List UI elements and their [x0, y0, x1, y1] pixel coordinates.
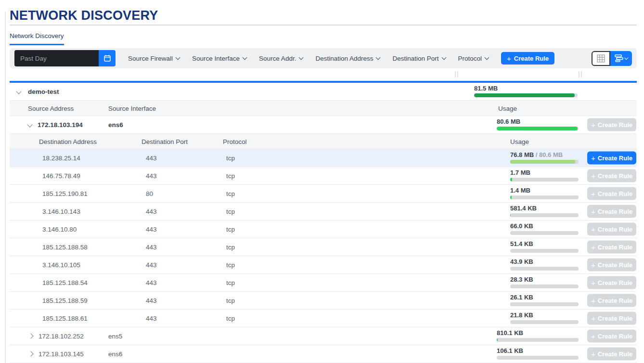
usage-value: 1.7 MB	[510, 169, 579, 177]
expand-icon[interactable]	[28, 333, 33, 338]
usage-bar	[510, 302, 579, 306]
protocol: tcp	[226, 315, 235, 322]
create-rule-label: Create Rule	[598, 279, 632, 286]
tab-network-discovery[interactable]: Network Discovery	[10, 32, 64, 45]
create-rule-button: + Create Rule	[587, 348, 636, 361]
destination-row[interactable]: 185.125.188.61 443 tcp 21.8 KB + Create …	[10, 310, 637, 327]
protocol: tcp	[226, 172, 235, 180]
column-resize-handle[interactable]	[581, 71, 582, 78]
source-address: 172.18.103.194	[38, 121, 83, 129]
usage-cell: 21.8 KB	[510, 311, 579, 324]
date-range-input[interactable]	[14, 50, 99, 66]
destination-row[interactable]: 185.125.190.81 80 tcp 1.4 MB + Create Ru…	[10, 185, 637, 203]
tree-view-button[interactable]	[610, 51, 632, 66]
destination-header-row: Destination Address Destination Port Pro…	[10, 134, 637, 149]
filter-destination-address[interactable]: Destination Address	[315, 55, 380, 62]
calendar-button[interactable]	[99, 50, 116, 66]
source-row[interactable]: 172.18.102.252 ens5 810.1 KB + Create Ru…	[10, 327, 637, 345]
usage-cell: 26.1 KB	[510, 294, 579, 306]
create-rule-label: Create Rule	[598, 315, 632, 322]
usage-total: / 80.6 MB	[534, 151, 563, 158]
column-resize-strip	[10, 68, 637, 81]
destination-address: 3.146.10.80	[42, 226, 77, 233]
collapse-icon[interactable]	[27, 122, 32, 127]
usage-cell: 81.5 MB	[474, 85, 578, 97]
usage-bar	[510, 320, 579, 324]
usage-cell: 106.1 KB	[497, 347, 579, 360]
collapse-icon[interactable]	[16, 89, 21, 94]
table-grid-icon	[597, 54, 605, 63]
destination-address: 185.125.188.54	[42, 279, 88, 286]
destination-row[interactable]: 185.125.188.59 443 tcp 26.1 KB + Create …	[10, 292, 637, 310]
usage-value: 81.5 MB	[474, 85, 578, 92]
protocol: tcp	[226, 244, 235, 251]
usage-bar	[497, 127, 579, 130]
destination-row[interactable]: 3.146.10.105 443 tcp 43.9 KB + Create Ru…	[10, 256, 637, 274]
usage-bar-fill	[510, 213, 511, 217]
group-name: demo-test	[28, 88, 59, 95]
column-resize-handle[interactable]	[455, 71, 456, 78]
usage-cell: 28.3 KB	[510, 276, 579, 288]
filter-source-addr[interactable]: Source Addr.	[259, 55, 303, 62]
destination-port: 443	[146, 315, 157, 322]
view-toggle	[592, 51, 632, 66]
usage-bar	[510, 249, 579, 253]
protocol: tcp	[226, 208, 235, 215]
destination-row[interactable]: 3.146.10.80 443 tcp 66.0 KB + Create Rul…	[10, 220, 637, 238]
col-destination-address: Destination Address	[39, 138, 97, 145]
table-view-button[interactable]	[592, 51, 610, 66]
source-row[interactable]: 172.18.103.145 ens6 106.1 KB + Create Ru…	[10, 345, 637, 363]
usage-cell: 581.4 KB	[510, 205, 579, 217]
create-rule-button: + Create Rule	[587, 259, 636, 272]
col-source-address: Source Address	[28, 104, 74, 112]
chevron-down-icon	[299, 55, 304, 60]
create-rule-button[interactable]: + Create Rule	[501, 52, 554, 65]
destination-address: 3.146.10.105	[42, 261, 80, 269]
plus-icon: +	[591, 333, 595, 340]
destination-row[interactable]: 185.125.188.54 443 tcp 28.3 KB + Create …	[10, 274, 637, 292]
usage-bar	[497, 356, 579, 360]
title-divider	[10, 25, 637, 26]
col-protocol: Protocol	[223, 138, 247, 145]
protocol: tcp	[226, 297, 235, 304]
destination-row[interactable]: 3.146.10.143 443 tcp 581.4 KB + Create R…	[10, 203, 637, 220]
filter-protocol[interactable]: Protocol	[458, 55, 489, 62]
usage-cell: 80.6 MB	[497, 118, 579, 130]
create-rule-button: + Create Rule	[587, 223, 636, 236]
create-rule-label: Create Rule	[598, 350, 632, 358]
source-address: 172.18.103.145	[39, 350, 84, 358]
create-rule-button[interactable]: + Create Rule	[587, 152, 636, 165]
plus-icon: +	[591, 244, 595, 251]
usage-cell: 810.1 KB	[497, 329, 579, 342]
filter-label: Protocol	[458, 55, 482, 62]
column-resize-handle[interactable]	[457, 71, 458, 78]
destination-row[interactable]: 185.125.188.58 443 tcp 51.4 KB + Create …	[10, 238, 637, 256]
usage-value: 106.1 KB	[497, 347, 579, 355]
usage-value: 80.6 MB	[497, 118, 579, 126]
filter-destination-port[interactable]: Destination Port	[392, 55, 445, 62]
create-rule-button: + Create Rule	[587, 330, 636, 343]
usage-bar-fill	[510, 178, 512, 182]
filter-label: Destination Port	[392, 55, 438, 62]
filter-source-interface[interactable]: Source Interface	[192, 55, 246, 62]
column-resize-handle[interactable]	[579, 71, 580, 78]
usage-value: 21.8 KB	[510, 311, 579, 319]
usage-cell: 1.7 MB	[510, 169, 579, 182]
destination-address: 3.146.10.143	[42, 208, 80, 215]
filter-source-firewall[interactable]: Source Firewall	[128, 55, 180, 62]
plus-icon: +	[591, 350, 595, 358]
create-rule-label: Create Rule	[598, 190, 632, 197]
destination-row[interactable]: 18.238.25.14 443 tcp 76.8 MB / 80.6 MB +…	[10, 149, 637, 167]
page-title: NETWORK DISCOVERY	[10, 8, 158, 23]
usage-cell: 51.4 KB	[510, 240, 579, 253]
group-row-demo-test[interactable]: demo-test 81.5 MB	[10, 83, 637, 101]
destination-port: 443	[146, 208, 157, 215]
destination-row[interactable]: 146.75.78.49 443 tcp 1.7 MB + Create Rul…	[10, 167, 637, 185]
source-address: 172.18.102.252	[39, 333, 84, 340]
filter-bar: Source Firewall Source Interface Source …	[10, 48, 637, 68]
create-rule-label: Create Rule	[514, 55, 549, 62]
source-row[interactable]: 172.18.103.194 ens6 80.6 MB + Create Rul…	[10, 116, 637, 134]
usage-value: 66.0 KB	[510, 222, 579, 230]
expand-icon[interactable]	[28, 351, 33, 356]
chevron-down-icon	[485, 55, 489, 60]
